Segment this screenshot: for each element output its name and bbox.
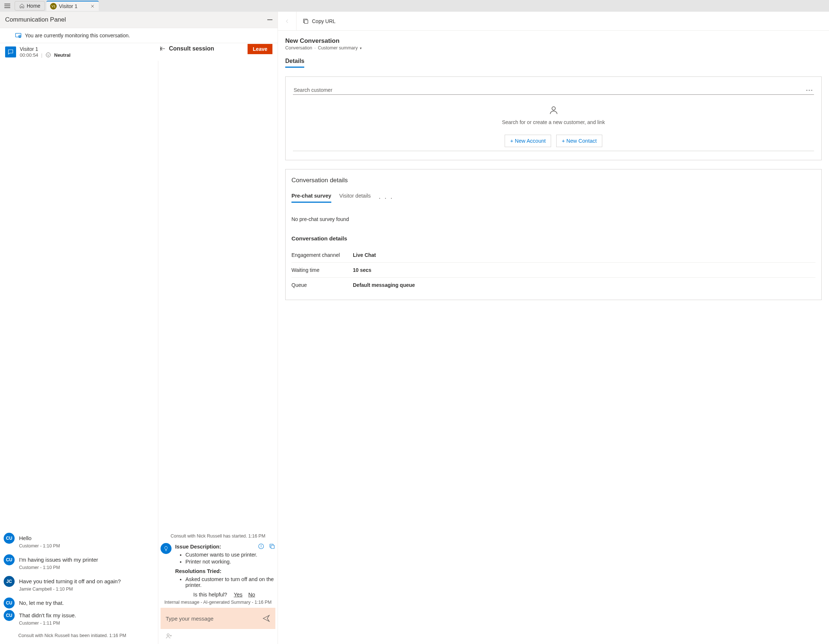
new-account-button[interactable]: + New Account (504, 135, 551, 147)
search-customer-label: Search customer (294, 87, 333, 93)
kv-value: Default messaging queue (353, 282, 415, 288)
message-meta: Jamie Campbell - 1:10 PM (19, 587, 121, 592)
monitor-icon (15, 32, 22, 39)
copy-url-icon (303, 18, 309, 25)
copy-url-label: Copy URL (312, 18, 336, 24)
more-tabs[interactable]: . . . (379, 193, 394, 203)
svg-point-4 (47, 54, 48, 55)
feedback-yes[interactable]: Yes (234, 592, 243, 598)
details-tab[interactable]: Details (285, 58, 304, 68)
close-icon[interactable] (90, 4, 95, 9)
empty-customer-text: Search for or create a new customer, and… (293, 119, 814, 125)
kv-key: Queue (292, 282, 353, 288)
message-text: That didn't fix my issue. (19, 610, 76, 620)
chat-message: CUHelloCustomer - 1:10 PM (4, 533, 154, 553)
chat-message: JCHave you tried turning it off and on a… (4, 576, 154, 596)
feedback-question: Is this helpful? (193, 592, 227, 598)
copy-url-button[interactable]: Copy URL (303, 18, 336, 25)
copy-icon[interactable] (269, 543, 275, 549)
session-name: Visitor 1 (20, 46, 71, 52)
tab-bar: Home V1 Visitor 1 (0, 0, 829, 12)
consult-started-msg: Consult with Nick Russell has started. 1… (161, 534, 275, 538)
chat-transcript: CUHelloCustomer - 1:10 PMCUI'm having is… (0, 61, 158, 644)
tab-visitor-label: Visitor 1 (59, 3, 77, 9)
avatar: JC (4, 576, 15, 587)
message-input[interactable] (165, 616, 262, 622)
kv-row: Engagement channelLive Chat (292, 248, 815, 262)
avatar: CU (4, 533, 15, 544)
chat-icon (5, 46, 16, 57)
info-icon[interactable] (258, 543, 265, 549)
consult-title: Consult session (169, 45, 214, 52)
send-icon[interactable] (262, 614, 270, 622)
record-title: New Conversation (285, 37, 822, 45)
back-icon[interactable] (284, 18, 290, 25)
issue-item: Printer not working. (185, 559, 275, 565)
tab-visitor-details[interactable]: Visitor details (339, 193, 371, 203)
back-arrow-icon[interactable] (159, 45, 166, 52)
record-form-name[interactable]: Customer summary (318, 45, 358, 51)
kv-row: Waiting time10 secs (292, 262, 815, 277)
monitoring-banner: You are currently monitoring this conver… (0, 28, 277, 43)
no-survey-text: No pre-chat survey found (292, 216, 815, 222)
convo-details-subheader: Conversation details (292, 235, 815, 242)
chevron-down-icon[interactable]: ▾ (360, 46, 362, 50)
compose-box[interactable] (161, 608, 275, 629)
svg-point-5 (49, 54, 49, 55)
conversation-details-title: Conversation details (292, 177, 815, 184)
customer-card: Search customer --- Search for or create… (285, 76, 822, 160)
tab-visitor[interactable]: V1 Visitor 1 (46, 1, 98, 11)
record-entity: Conversation (285, 45, 312, 51)
conversation-details-card: Conversation details Pre-chat survey Vis… (285, 169, 822, 300)
feedback-no[interactable]: No (248, 592, 255, 598)
monitoring-text: You are currently monitoring this conver… (25, 33, 130, 38)
tab-home-label: Home (27, 3, 40, 9)
neutral-face-icon (45, 52, 51, 58)
minimize-button[interactable] (267, 19, 273, 20)
comm-panel-title: Communication Panel (5, 16, 66, 24)
svg-point-3 (46, 53, 50, 57)
comm-panel-header: Communication Panel (0, 12, 277, 28)
message-meta: Customer - 1:10 PM (19, 565, 98, 570)
chat-message: CUThat didn't fix my issue.Customer - 1:… (4, 610, 154, 630)
search-customer[interactable]: Search customer --- (293, 85, 814, 95)
message-text: I'm having issues with my printer (19, 554, 98, 565)
kv-value: 10 secs (353, 267, 372, 273)
hamburger-menu[interactable] (2, 1, 13, 11)
message-meta: Customer - 1:11 PM (19, 620, 76, 626)
message-text: Have you tried turning it off and on aga… (19, 576, 121, 587)
record-topbar: Copy URL (278, 12, 829, 31)
sentiment-label: Neutral (54, 52, 71, 58)
avatar: CU (4, 610, 15, 621)
resolutions-heading: Resolutions Tried: (175, 568, 275, 574)
person-icon (548, 105, 559, 115)
message-text: Hello (19, 533, 60, 543)
tab-avatar: V1 (50, 3, 57, 9)
kv-value: Live Chat (353, 252, 376, 258)
svg-point-12 (167, 634, 169, 636)
message-text: No, let me try that. (19, 598, 64, 608)
leave-button[interactable]: Leave (247, 44, 273, 54)
session-item[interactable]: Visitor 1 00:00:54 | Neutral (5, 46, 71, 58)
svg-rect-11 (271, 545, 274, 548)
internal-meta: Internal message - AI-generated Summary … (161, 600, 275, 605)
svg-point-2 (19, 36, 20, 37)
svg-point-16 (552, 107, 555, 110)
issue-item: Customer wants to use printer. (185, 552, 275, 558)
kv-row: QueueDefault messaging queue (292, 277, 815, 292)
search-customer-value: --- (806, 87, 813, 93)
resolution-item: Asked customer to turn off and on the pr… (185, 576, 275, 588)
session-timer: 00:00:54 (20, 52, 38, 58)
new-contact-button[interactable]: + New Contact (556, 135, 602, 147)
add-people-icon[interactable] (165, 633, 172, 639)
tab-home[interactable]: Home (15, 1, 45, 11)
tab-prechat[interactable]: Pre-chat survey (292, 193, 331, 203)
chat-message: CUNo, let me try that. (4, 598, 154, 609)
ai-summary: Issue Description: Customer wants to use… (161, 543, 275, 598)
avatar: CU (4, 598, 15, 609)
lightbulb-icon (161, 543, 172, 554)
system-message: Consult with Nick Russell has been initi… (18, 633, 154, 638)
home-icon (19, 3, 25, 8)
avatar: CU (4, 554, 15, 565)
message-meta: Customer - 1:10 PM (19, 543, 60, 548)
